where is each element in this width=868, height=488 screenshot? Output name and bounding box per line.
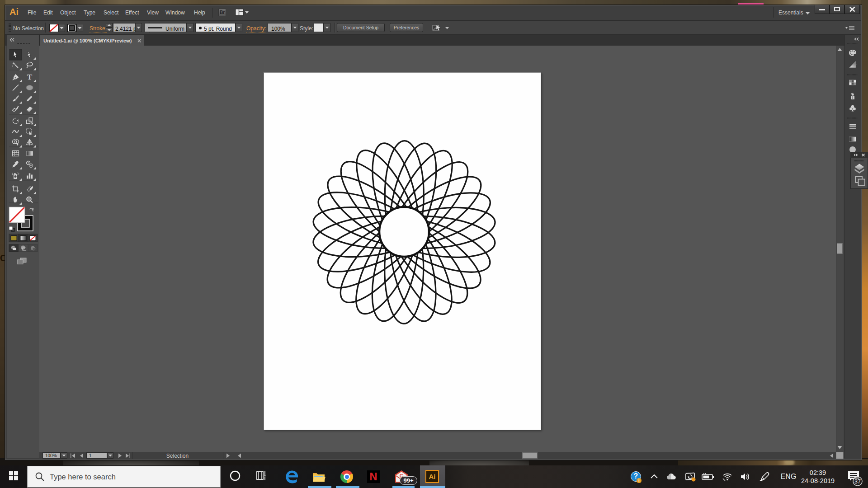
svg-text:T: T <box>27 73 33 81</box>
svg-text:37: 37 <box>854 479 861 485</box>
